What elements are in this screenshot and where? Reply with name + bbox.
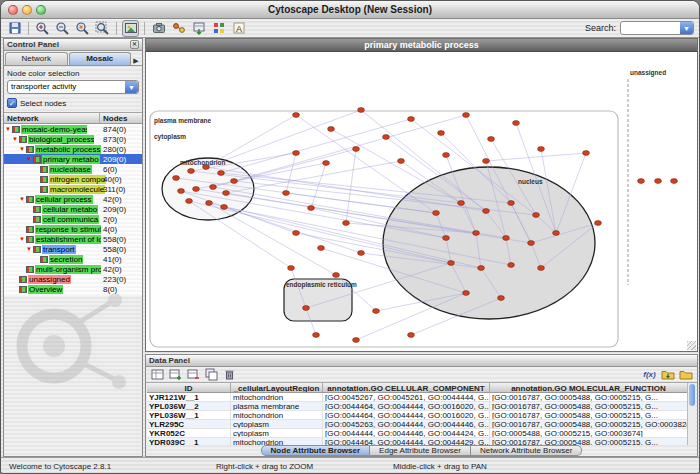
trash-button[interactable] [222, 368, 237, 382]
tree-item[interactable]: ▼establishment of lo558(0) [4, 234, 142, 244]
table-vertical-scrollbar[interactable] [687, 383, 696, 445]
network-node[interactable] [283, 191, 290, 196]
tree-item[interactable]: nucleobase6(0) [4, 164, 142, 174]
zoom-out-button[interactable] [54, 20, 71, 37]
network-node[interactable] [293, 113, 300, 118]
vizmapper-button[interactable] [210, 20, 227, 37]
tree-item[interactable]: unassigned223(0) [4, 274, 142, 284]
tree-item[interactable]: secretion41(0) [4, 254, 142, 264]
network-node[interactable] [483, 159, 490, 164]
network-node[interactable] [408, 117, 415, 122]
network-node[interactable] [553, 231, 560, 236]
network-node[interactable] [318, 246, 325, 251]
network-node[interactable] [538, 147, 545, 152]
copy-attribute-button[interactable] [204, 368, 219, 382]
network-node[interactable] [193, 187, 200, 192]
network-node[interactable] [503, 236, 510, 241]
delete-attribute-button[interactable] [186, 368, 201, 382]
tab-overflow-arrow-icon[interactable]: ▶ [131, 57, 141, 65]
annotation-button[interactable]: A [230, 20, 247, 37]
network-node[interactable] [478, 266, 485, 271]
tree-item[interactable]: ▼cellular process42(0) [4, 194, 142, 204]
attribute-table[interactable]: ID_cellularLayoutRegionannotation.GO CEL… [147, 383, 688, 445]
network-node[interactable] [358, 108, 365, 113]
attribute-dropdown[interactable]: transporter activity ▼ [7, 80, 139, 94]
tab-network[interactable]: Network [5, 52, 68, 65]
network-node[interactable] [438, 131, 445, 136]
network-node[interactable] [408, 333, 415, 338]
tree-item[interactable]: ▼mosaic-demo-yeast874(0) [4, 124, 142, 134]
network-node[interactable] [173, 176, 180, 181]
table-row[interactable]: YJR121W__1mitochondrion[GO:0045267, GO:0… [147, 393, 688, 402]
network-node[interactable] [398, 159, 405, 164]
network-node[interactable] [313, 333, 320, 338]
tree-item[interactable]: response to stimul4(0) [4, 224, 142, 234]
network-node[interactable] [483, 209, 490, 214]
import-attributes-button[interactable] [660, 368, 675, 382]
import-network-button[interactable] [190, 20, 207, 37]
network-node[interactable] [671, 179, 678, 184]
show-graphics-details-button[interactable] [122, 20, 139, 37]
network-node[interactable] [206, 201, 213, 206]
network-node[interactable] [343, 221, 350, 226]
network-node[interactable] [595, 221, 602, 226]
tree-expand-icon[interactable]: ▼ [19, 235, 26, 244]
table-row[interactable]: YPL036W__1mitochondrion[GO:0044464, GO:0… [147, 411, 688, 420]
network-node[interactable] [231, 179, 238, 184]
network-node[interactable] [383, 135, 390, 140]
table-row[interactable]: YLR295Ccytoplasm[GO:0045263, GO:0044444,… [147, 420, 688, 429]
select-attributes-button[interactable] [150, 368, 165, 382]
tab-edge-attribute-browser[interactable]: Edge Attribute Browser [370, 445, 471, 456]
network-node[interactable] [513, 121, 520, 126]
zoom-fit-button[interactable] [94, 20, 111, 37]
network-node[interactable] [473, 231, 480, 236]
zoom-selected-button[interactable] [74, 20, 91, 37]
network-node[interactable] [293, 151, 300, 156]
control-panel-close-icon[interactable]: ✕ [130, 40, 139, 49]
open-folder-button[interactable] [678, 368, 693, 382]
network-node[interactable] [528, 241, 535, 246]
network-node[interactable] [303, 306, 310, 311]
network-node[interactable] [638, 179, 645, 184]
tree-expand-icon[interactable]: ▼ [5, 125, 12, 134]
tab-mosaic[interactable]: Mosaic [69, 52, 132, 65]
save-session-button[interactable] [6, 20, 23, 37]
network-node[interactable] [533, 213, 540, 218]
network-node[interactable] [288, 266, 295, 271]
tree-item[interactable]: cell communica2(0) [4, 214, 142, 224]
tab-network-attribute-browser[interactable]: Network Attribute Browser [471, 445, 582, 456]
network-canvas[interactable]: plasma membranecytoplasmmitochondrionnuc… [146, 53, 697, 351]
snapshot-button[interactable] [150, 20, 167, 37]
tree-column-network[interactable]: Network [4, 113, 100, 123]
search-dropdown-button[interactable]: ▼ [680, 22, 693, 34]
tree-expand-icon[interactable]: ▼ [26, 245, 33, 254]
dropdown-arrow-icon[interactable]: ▼ [125, 81, 138, 93]
zoom-in-button[interactable] [34, 20, 51, 37]
network-node[interactable] [498, 296, 505, 301]
scrollbar-thumb[interactable] [689, 384, 695, 406]
network-node[interactable] [353, 338, 360, 343]
network-node[interactable] [463, 113, 470, 118]
table-row[interactable]: YPL036W__2plasma membrane[GO:0044464, GO… [147, 402, 688, 411]
network-node[interactable] [323, 161, 330, 166]
network-node[interactable] [210, 185, 217, 190]
network-node[interactable] [443, 153, 450, 158]
network-node[interactable] [353, 147, 360, 152]
network-node[interactable] [328, 127, 335, 132]
network-node[interactable] [448, 261, 455, 266]
column-header[interactable]: _cellularLayoutRegion [231, 383, 323, 392]
network-node[interactable] [223, 191, 230, 196]
network-node[interactable] [178, 189, 185, 194]
resize-grip[interactable] [687, 341, 696, 350]
tree-item[interactable]: ▼primary metabo209(0) [4, 154, 142, 164]
create-attribute-button[interactable] [168, 368, 183, 382]
tree-item[interactable]: cellular metabo209(0) [4, 204, 142, 214]
first-neighbors-button[interactable] [170, 20, 187, 37]
tree-item[interactable]: multi-organism pro42(0) [4, 264, 142, 274]
network-node[interactable] [186, 199, 193, 204]
network-node[interactable] [308, 206, 315, 211]
network-node[interactable] [443, 236, 450, 241]
tab-node-attribute-browser[interactable]: Node Attribute Browser [261, 445, 371, 456]
network-node[interactable] [508, 201, 515, 206]
tree-item[interactable]: ▼metabolic process280(0) [4, 144, 142, 154]
